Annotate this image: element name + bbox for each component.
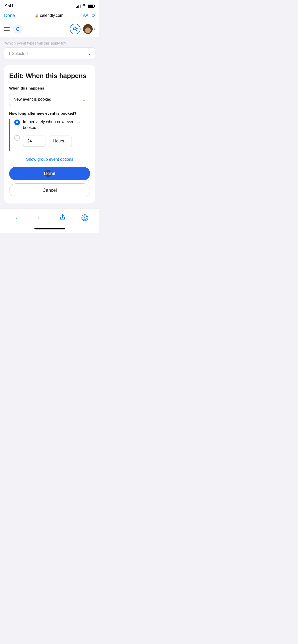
menu-button[interactable] — [4, 27, 10, 31]
battery-icon — [88, 5, 94, 8]
text-size-button[interactable]: AA — [83, 13, 88, 18]
delay-label: How long after new event is booked? — [9, 111, 90, 115]
edit-card: Edit: When this happens When this happen… — [4, 65, 95, 203]
trigger-value: New event is booked — [13, 97, 51, 102]
radio-immediate[interactable] — [14, 120, 20, 125]
back-button[interactable]: ‹ — [11, 213, 21, 222]
browser-done-button[interactable]: Done — [4, 13, 15, 18]
nav-right: ▾ — [70, 24, 95, 34]
nav-left: C — [4, 24, 22, 34]
url-text: calendly.com — [40, 13, 63, 18]
time-unit-selector[interactable]: Hours ⌄ — [49, 136, 72, 147]
done-button-dot — [45, 170, 52, 177]
show-group-link[interactable]: Show group event options — [9, 157, 90, 162]
browser-bar: Done 🔒 calendly.com AA ↻ — [0, 11, 99, 21]
add-user-button[interactable] — [70, 24, 80, 34]
refresh-button[interactable]: ↻ — [91, 13, 95, 18]
home-indicator — [0, 225, 99, 233]
home-bar — [34, 228, 65, 229]
share-button[interactable] — [56, 213, 69, 223]
radio-custom-option[interactable]: Hours ⌄ — [14, 135, 90, 147]
blue-bar-decoration — [9, 119, 10, 151]
signal-bars-icon — [76, 4, 80, 8]
show-group-anchor[interactable]: Show group event options — [26, 157, 73, 162]
done-button[interactable]: Done — [9, 167, 90, 180]
browser-url: 🔒 calendly.com — [35, 13, 63, 18]
radio-immediate-label: Immediately when new event is booked — [23, 119, 90, 130]
delay-options-wrapper: Immediately when new event is booked Hou… — [9, 119, 90, 151]
compass-button[interactable] — [82, 214, 88, 221]
time-inputs: Hours ⌄ — [23, 136, 72, 147]
cancel-button[interactable]: Cancel — [9, 183, 90, 197]
radio-immediate-option[interactable]: Immediately when new event is booked — [14, 119, 90, 130]
wifi-icon — [82, 4, 86, 8]
bottom-nav: ‹ › — [0, 209, 99, 225]
card-title: Edit: When this happens — [9, 72, 90, 80]
status-icons — [76, 4, 94, 8]
lock-icon: 🔒 — [35, 14, 39, 18]
calendly-c-icon: C — [16, 26, 20, 32]
page-content: Which event types will this apply to? 1 … — [0, 37, 99, 203]
calendly-nav: C ▾ — [0, 21, 99, 37]
selector-chevron-icon: ⌄ — [88, 51, 91, 56]
event-types-question: Which event types will this apply to? — [4, 41, 95, 45]
trigger-selector[interactable]: New event is booked ⌄ — [9, 93, 90, 106]
delay-options: Immediately when new event is booked Hou… — [14, 119, 90, 151]
status-bar: 9:41 — [0, 0, 99, 11]
selected-count: 1 Selected — [8, 51, 28, 56]
browser-actions: AA ↻ — [83, 13, 95, 18]
trigger-chevron-icon: ⌄ — [82, 97, 86, 102]
calendly-logo: C — [13, 24, 22, 34]
when-label: When this happens — [9, 86, 90, 90]
forward-button[interactable]: › — [33, 213, 43, 222]
user-avatar — [83, 24, 93, 34]
time-unit-value: Hours — [53, 139, 64, 143]
avatar-chevron-icon: ▾ — [94, 27, 95, 31]
status-time: 9:41 — [5, 4, 14, 9]
radio-custom[interactable] — [14, 135, 20, 141]
event-type-selector[interactable]: 1 Selected ⌄ — [4, 47, 95, 60]
time-number-input[interactable] — [23, 136, 46, 147]
avatar-button[interactable]: ▾ — [83, 24, 95, 34]
time-unit-chevron-icon: ⌄ — [64, 139, 67, 144]
